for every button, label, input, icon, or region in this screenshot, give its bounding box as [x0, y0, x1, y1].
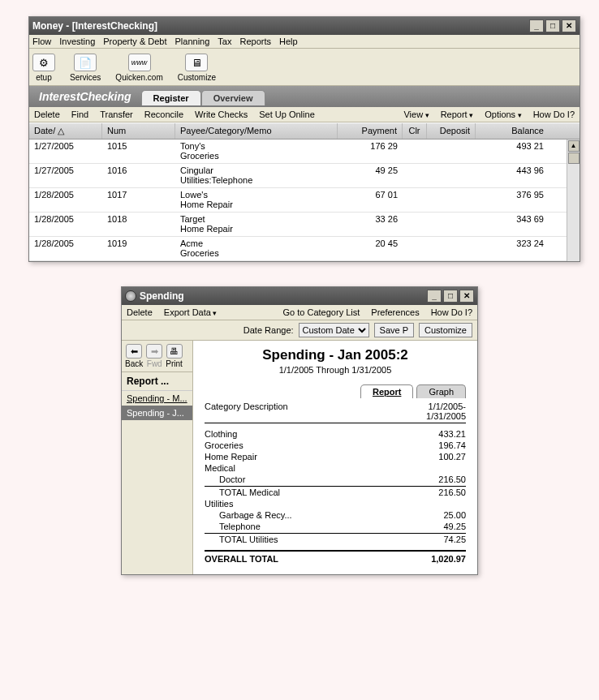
maximize-button[interactable]: □	[545, 19, 560, 32]
register-row[interactable]: 1/28/20051017Lowe'sHome Repair67 01376 9…	[29, 188, 580, 213]
cell-date: 1/28/2005	[29, 188, 102, 212]
cell-deposit	[427, 237, 476, 260]
register-row[interactable]: 1/28/20051018TargetHome Repair33 26343 6…	[29, 213, 580, 237]
action-writechecks[interactable]: Write Checks	[195, 110, 248, 119]
print-icon: 🖶	[166, 344, 183, 359]
scroll-up-icon[interactable]: ▲	[568, 140, 580, 152]
cell-deposit	[427, 140, 476, 163]
report-line[interactable]: Clothing433.21	[205, 428, 466, 440]
cell-clr	[403, 188, 427, 212]
range-label: Date Range:	[243, 325, 294, 335]
col-payment[interactable]: Payment	[338, 123, 403, 139]
action-howdoi[interactable]: How Do I?	[533, 110, 575, 119]
line-label: Clothing	[205, 429, 237, 439]
report-line[interactable]: Medical	[205, 462, 466, 474]
cell-payment: 176 29	[338, 140, 403, 163]
tab-report[interactable]: Report	[360, 384, 413, 398]
sp-export[interactable]: Export Data	[164, 307, 218, 317]
register-row[interactable]: 1/28/20051019AcmeGroceries20 45323 24	[29, 237, 580, 261]
menu-planning[interactable]: Planning	[175, 37, 210, 46]
action-transfer[interactable]: Transfer	[100, 110, 133, 119]
sp-delete[interactable]: Delete	[127, 307, 153, 317]
range-select[interactable]: Custom Date	[299, 323, 369, 337]
line-amount: 196.74	[438, 440, 466, 450]
toolbar: ⚙ etup 📄 Services www Quicken.com 🖥 Cust…	[29, 49, 580, 86]
cell-clr	[403, 140, 427, 163]
action-view[interactable]: View	[403, 110, 429, 119]
col-deposit[interactable]: Deposit	[427, 123, 476, 139]
nav-print[interactable]: 🖶 Print	[166, 344, 183, 368]
col-balance[interactable]: Balance	[476, 123, 549, 139]
report-list-header: Report ...	[122, 372, 192, 391]
menu-property[interactable]: Property & Debt	[103, 37, 166, 46]
menu-reports[interactable]: Reports	[239, 37, 271, 46]
action-report[interactable]: Report	[441, 110, 474, 119]
action-options[interactable]: Options	[485, 110, 521, 119]
cell-num: 1019	[102, 237, 175, 260]
menu-investing[interactable]: Investing	[59, 37, 95, 46]
report-line[interactable]: Home Repair100.27	[205, 451, 466, 462]
report-line[interactable]: TOTAL Utilities74.25	[205, 534, 466, 545]
customize-button[interactable]: Customize	[419, 323, 472, 337]
fwd-icon: ➡	[146, 344, 162, 359]
tool-customize[interactable]: 🖥 Customize	[178, 54, 216, 82]
sp-sidebar: ⬅ Back ➡ Fwd 🖶 Print Report ... Spending…	[122, 341, 193, 574]
close-button[interactable]: ✕	[562, 19, 576, 32]
back-icon: ⬅	[126, 344, 142, 359]
report-line[interactable]: Garbage & Recy...25.00	[205, 509, 466, 521]
tab-graph[interactable]: Graph	[416, 384, 466, 398]
tool-setup[interactable]: ⚙ etup	[32, 54, 55, 82]
nav-fwd-label: Fwd	[147, 359, 162, 368]
nav-back[interactable]: ⬅ Back	[125, 344, 143, 368]
col-num[interactable]: Num	[102, 123, 175, 139]
action-find[interactable]: Find	[71, 110, 88, 119]
line-label: Telephone	[219, 522, 261, 531]
menu-flow[interactable]: Flow	[32, 37, 51, 46]
menu-tax[interactable]: Tax	[218, 37, 231, 46]
sp-close-button[interactable]: ✕	[459, 290, 474, 303]
tab-register[interactable]: Register	[141, 90, 201, 105]
sp-minimize-button[interactable]: _	[427, 290, 442, 303]
sp-body: ⬅ Back ➡ Fwd 🖶 Print Report ... Spending…	[122, 341, 477, 574]
register-row[interactable]: 1/27/20051016CingularUtilities:Telephone…	[29, 164, 580, 188]
register-row[interactable]: 1/27/20051015Tony'sGroceries176 29493 21	[29, 140, 580, 164]
sp-prefs[interactable]: Preferences	[371, 307, 419, 317]
menu-help[interactable]: Help	[279, 37, 298, 46]
cell-payee: TargetHome Repair	[175, 213, 338, 236]
action-reconcile[interactable]: Reconcile	[144, 110, 183, 119]
save-button[interactable]: Save P	[374, 323, 414, 337]
action-delete[interactable]: Delete	[34, 110, 60, 119]
report-line[interactable]: Doctor216.50	[205, 474, 466, 485]
action-setuponline[interactable]: Set Up Online	[259, 110, 314, 119]
report-item-1[interactable]: Spending - J...	[122, 406, 192, 420]
sp-gotocat[interactable]: Go to Category List	[283, 307, 360, 317]
cell-balance: 323 24	[476, 237, 549, 260]
tool-setup-label: etup	[36, 73, 51, 82]
sp-maximize-button[interactable]: □	[443, 290, 458, 303]
money-window: Money - [InterestChecking] _ □ ✕ Flow In…	[28, 16, 580, 262]
report-line[interactable]: TOTAL Medical216.50	[205, 487, 466, 498]
report-item-0[interactable]: Spending - M...	[122, 391, 192, 406]
cell-num: 1017	[102, 188, 175, 212]
line-label: TOTAL Medical	[219, 487, 280, 497]
sp-howdoi[interactable]: How Do I?	[431, 307, 472, 317]
scrollbar[interactable]: ▲	[567, 140, 580, 261]
line-amount: 25.00	[443, 510, 466, 520]
scroll-thumb[interactable]	[568, 152, 580, 164]
report-line[interactable]: Groceries196.74	[205, 440, 466, 451]
report-line[interactable]: Utilities	[205, 498, 466, 509]
col-date[interactable]: Date/ △	[29, 123, 102, 139]
cell-payee: Lowe'sHome Repair	[175, 188, 338, 212]
overall-label: OVERALL TOTAL	[205, 554, 278, 564]
www-icon: www	[128, 54, 151, 71]
col-clr[interactable]: Clr	[403, 123, 427, 139]
col-payee[interactable]: Payee/Category/Memo	[175, 123, 338, 139]
minimize-button[interactable]: _	[529, 19, 544, 32]
report-line[interactable]: Telephone49.25	[205, 521, 466, 532]
tool-services[interactable]: 📄 Services	[70, 54, 101, 82]
nav-fwd[interactable]: ➡ Fwd	[146, 344, 162, 368]
tab-overview[interactable]: Overview	[201, 90, 265, 105]
cell-date: 1/27/2005	[29, 164, 102, 187]
register-header: Date/ △ Num Payee/Category/Memo Payment …	[29, 122, 580, 140]
tool-quicken[interactable]: www Quicken.com	[115, 54, 162, 82]
